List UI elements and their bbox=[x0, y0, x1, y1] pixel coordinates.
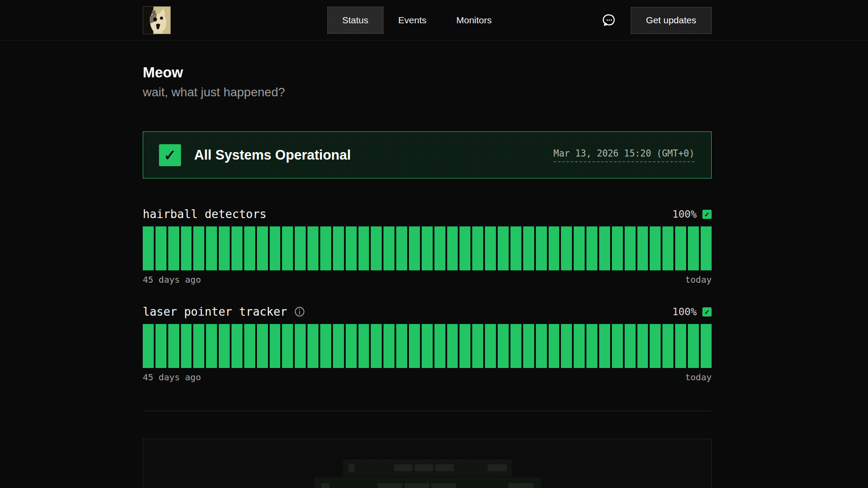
status-timestamp[interactable]: Mar 13, 2026 15:20 (GMT+0) bbox=[553, 148, 694, 162]
uptime-bar[interactable] bbox=[409, 324, 420, 368]
uptime-bar[interactable] bbox=[701, 324, 712, 368]
uptime-bar[interactable] bbox=[168, 324, 179, 368]
uptime-bar[interactable] bbox=[270, 324, 281, 368]
uptime-bar[interactable] bbox=[333, 226, 344, 270]
uptime-bar[interactable] bbox=[156, 226, 166, 270]
uptime-bar[interactable] bbox=[447, 226, 458, 270]
uptime-bar[interactable] bbox=[434, 226, 445, 270]
uptime-bar[interactable] bbox=[422, 226, 433, 270]
uptime-bar[interactable] bbox=[295, 324, 306, 368]
uptime-bar[interactable] bbox=[612, 324, 623, 368]
uptime-bar[interactable] bbox=[688, 324, 699, 368]
uptime-bar[interactable] bbox=[574, 324, 585, 368]
uptime-bar[interactable] bbox=[574, 226, 585, 270]
feedback-chat-icon[interactable] bbox=[602, 13, 617, 28]
uptime-bar[interactable] bbox=[244, 226, 255, 270]
uptime-bar[interactable] bbox=[168, 226, 179, 270]
uptime-bar[interactable] bbox=[346, 324, 357, 368]
uptime-bar[interactable] bbox=[561, 226, 572, 270]
uptime-bar[interactable] bbox=[701, 226, 712, 270]
uptime-bar[interactable] bbox=[459, 226, 470, 270]
uptime-bar[interactable] bbox=[231, 226, 242, 270]
uptime-bar[interactable] bbox=[485, 324, 496, 368]
uptime-bar[interactable] bbox=[485, 226, 496, 270]
uptime-bar[interactable] bbox=[270, 226, 281, 270]
info-icon[interactable] bbox=[294, 306, 305, 317]
uptime-bar[interactable] bbox=[422, 324, 433, 368]
uptime-bar[interactable] bbox=[193, 226, 204, 270]
uptime-bar[interactable] bbox=[231, 324, 242, 368]
uptime-bar[interactable] bbox=[181, 226, 192, 270]
tab-events[interactable]: Events bbox=[383, 7, 441, 34]
uptime-bar[interactable] bbox=[472, 324, 483, 368]
uptime-bar[interactable] bbox=[612, 226, 623, 270]
uptime-bar[interactable] bbox=[143, 324, 154, 368]
uptime-bar[interactable] bbox=[510, 324, 521, 368]
uptime-bar[interactable] bbox=[320, 324, 331, 368]
uptime-bar[interactable] bbox=[244, 324, 255, 368]
uptime-bar[interactable] bbox=[510, 226, 521, 270]
uptime-bar[interactable] bbox=[599, 324, 610, 368]
uptime-bar[interactable] bbox=[523, 226, 534, 270]
uptime-bar[interactable] bbox=[396, 324, 407, 368]
uptime-bar[interactable] bbox=[637, 226, 648, 270]
uptime-bar[interactable] bbox=[219, 226, 230, 270]
uptime-bar[interactable] bbox=[498, 324, 509, 368]
uptime-bar[interactable] bbox=[549, 324, 560, 368]
uptime-bar[interactable] bbox=[637, 324, 648, 368]
uptime-bar[interactable] bbox=[383, 324, 394, 368]
uptime-bar[interactable] bbox=[193, 324, 204, 368]
uptime-bars bbox=[143, 324, 712, 368]
uptime-bar[interactable] bbox=[320, 226, 331, 270]
uptime-bar[interactable] bbox=[675, 226, 686, 270]
uptime-bar[interactable] bbox=[346, 226, 357, 270]
uptime-bar[interactable] bbox=[586, 324, 597, 368]
uptime-bar[interactable] bbox=[257, 226, 268, 270]
uptime-bar[interactable] bbox=[625, 324, 636, 368]
uptime-bar[interactable] bbox=[498, 226, 509, 270]
uptime-bar[interactable] bbox=[434, 324, 445, 368]
uptime-bar[interactable] bbox=[675, 324, 686, 368]
uptime-bar[interactable] bbox=[143, 226, 154, 270]
uptime-bar[interactable] bbox=[219, 324, 230, 368]
uptime-bar[interactable] bbox=[549, 226, 560, 270]
uptime-bar[interactable] bbox=[307, 324, 318, 368]
uptime-bar[interactable] bbox=[599, 226, 610, 270]
uptime-bar[interactable] bbox=[459, 324, 470, 368]
uptime-bar[interactable] bbox=[650, 324, 661, 368]
uptime-bar[interactable] bbox=[307, 226, 318, 270]
uptime-bar[interactable] bbox=[536, 226, 547, 270]
uptime-bar[interactable] bbox=[650, 226, 661, 270]
uptime-bar[interactable] bbox=[206, 324, 217, 368]
get-updates-button[interactable]: Get updates bbox=[631, 7, 712, 34]
uptime-bar[interactable] bbox=[447, 324, 458, 368]
tab-monitors[interactable]: Monitors bbox=[441, 7, 507, 34]
uptime-bar[interactable] bbox=[523, 324, 534, 368]
uptime-bar[interactable] bbox=[586, 226, 597, 270]
uptime-bar[interactable] bbox=[561, 324, 572, 368]
uptime-bar[interactable] bbox=[536, 324, 547, 368]
uptime-bar[interactable] bbox=[662, 226, 673, 270]
uptime-bar[interactable] bbox=[181, 324, 192, 368]
uptime-bar[interactable] bbox=[371, 226, 382, 270]
uptime-bar[interactable] bbox=[688, 226, 699, 270]
uptime-bar[interactable] bbox=[358, 226, 369, 270]
uptime-bar[interactable] bbox=[282, 324, 293, 368]
uptime-bar[interactable] bbox=[156, 324, 166, 368]
operational-check-icon: ✓ bbox=[159, 144, 181, 166]
tab-status[interactable]: Status bbox=[327, 7, 383, 34]
uptime-bar[interactable] bbox=[662, 324, 673, 368]
uptime-bar[interactable] bbox=[383, 226, 394, 270]
uptime-bar[interactable] bbox=[625, 226, 636, 270]
uptime-bar[interactable] bbox=[257, 324, 268, 368]
uptime-bar[interactable] bbox=[396, 226, 407, 270]
uptime-bar[interactable] bbox=[371, 324, 382, 368]
uptime-bar[interactable] bbox=[295, 226, 306, 270]
uptime-bar[interactable] bbox=[333, 324, 344, 368]
uptime-bar[interactable] bbox=[282, 226, 293, 270]
uptime-bar[interactable] bbox=[206, 226, 217, 270]
logo-cat-image[interactable] bbox=[143, 6, 171, 34]
uptime-bar[interactable] bbox=[358, 324, 369, 368]
uptime-bar[interactable] bbox=[409, 226, 420, 270]
uptime-bar[interactable] bbox=[472, 226, 483, 270]
